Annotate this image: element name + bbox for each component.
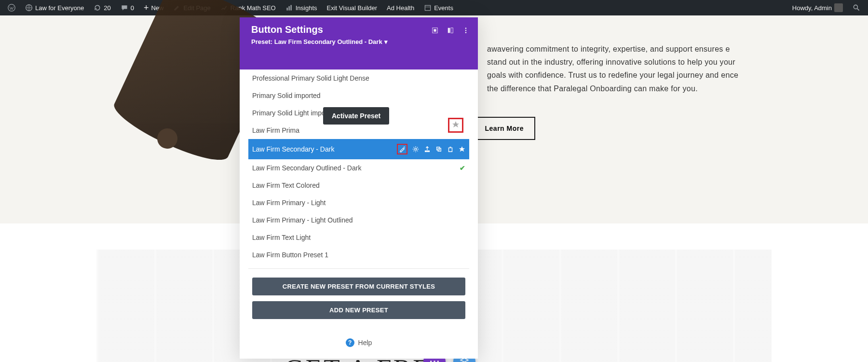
- exit-label: Exit Visual Builder: [327, 4, 378, 12]
- svg-rect-8: [434, 29, 436, 31]
- search-icon[interactable]: [849, 0, 864, 15]
- wp-logo[interactable]: [4, 0, 19, 15]
- svg-point-14: [415, 148, 417, 150]
- howdy[interactable]: Howdy, Admin: [788, 0, 847, 15]
- chevron-down-icon: ▾: [384, 38, 388, 45]
- copy-icon[interactable]: [435, 146, 442, 153]
- preset-text: Law Firm Secondary - Dark: [252, 145, 334, 153]
- site-name[interactable]: Law for Everyone: [21, 0, 88, 15]
- insights-label: Insights: [296, 4, 317, 12]
- preset-text: Law Firm Secondary Outlined - Dark: [252, 164, 361, 172]
- svg-point-11: [465, 28, 467, 29]
- preset-text: Law Firm Prima: [252, 126, 299, 134]
- help-label: Help: [358, 339, 372, 347]
- howdy-label: Howdy, Admin: [792, 4, 832, 12]
- check-icon: ✔: [460, 164, 465, 172]
- learn-more-button[interactable]: Learn More: [474, 117, 535, 140]
- svg-point-12: [465, 30, 467, 31]
- preset-item-selected[interactable]: Law Firm Secondary - Dark: [248, 139, 469, 159]
- expand-icon[interactable]: [432, 27, 438, 36]
- preset-text: Law Firm Button Preset 1: [252, 251, 328, 259]
- divider: [248, 268, 469, 269]
- star-icon[interactable]: [459, 146, 465, 153]
- preset-text: Primary Solid imported: [252, 92, 321, 99]
- help-link[interactable]: ?Help: [240, 329, 478, 359]
- refresh[interactable]: 20: [90, 0, 114, 15]
- refresh-count: 20: [104, 4, 110, 12]
- comments[interactable]: 0: [117, 0, 138, 15]
- preset-item[interactable]: Professional Primary Solid Light Dense: [252, 70, 465, 87]
- svg-rect-3: [288, 6, 289, 11]
- svg-point-13: [465, 32, 467, 33]
- svg-rect-2: [286, 8, 287, 11]
- preset-text: Law Firm Text Colored: [252, 181, 320, 189]
- svg-rect-4: [290, 5, 291, 10]
- preset-item[interactable]: Law Firm Text Light: [252, 229, 465, 246]
- preset-item[interactable]: Law Firm Button Preset 1: [252, 246, 465, 264]
- default-star-highlight[interactable]: [448, 118, 463, 133]
- button-settings-modal: Button Settings Preset: Law Firm Seconda…: [240, 17, 478, 359]
- preset-item[interactable]: Law Firm Primary - Light Outlined: [252, 211, 465, 229]
- help-icon: ?: [346, 338, 354, 347]
- preset-dropdown[interactable]: Preset: Law Firm Secondary Outlined - Da…: [251, 38, 388, 45]
- create-preset-button[interactable]: CREATE NEW PRESET FROM CURRENT STYLES: [252, 278, 465, 295]
- preset-text: Law Firm Text Light: [252, 234, 311, 241]
- adhealth-label: Ad Health: [387, 4, 414, 12]
- preset-item[interactable]: Law Firm Text Colored: [252, 177, 465, 194]
- preset-list: Activate Preset Professional Primary Sol…: [240, 70, 478, 329]
- preset-text: Law Firm Primary - Light Outlined: [252, 216, 353, 224]
- trash-icon[interactable]: [447, 146, 454, 153]
- events[interactable]: Events: [420, 0, 457, 15]
- svg-point-6: [854, 5, 857, 9]
- body-paragraph: awavering commitment to integrity, exper…: [487, 42, 747, 95]
- exit-builder[interactable]: Exit Visual Builder: [323, 0, 381, 15]
- wp-admin-bar: Law for Everyone 20 0 +New Edit Page Ran…: [0, 0, 868, 15]
- upload-icon[interactable]: [424, 146, 431, 153]
- comments-count: 0: [131, 4, 134, 12]
- preset-label: Preset: Law Firm Secondary Outlined - Da…: [251, 38, 382, 45]
- activate-preset-icon[interactable]: [397, 144, 407, 154]
- gear-icon[interactable]: [412, 146, 419, 153]
- insights[interactable]: Insights: [282, 0, 321, 15]
- preset-item-active[interactable]: Law Firm Secondary Outlined - Dark✔: [252, 159, 465, 177]
- events-label: Events: [434, 4, 453, 12]
- more-icon[interactable]: [462, 27, 469, 36]
- modal-tabs: [240, 52, 478, 70]
- preset-text: Professional Primary Solid Light Dense: [252, 74, 369, 82]
- preset-item[interactable]: Primary Solid imported: [252, 87, 465, 104]
- activate-preset-tooltip: Activate Preset: [323, 107, 389, 125]
- avatar: [834, 3, 843, 12]
- svg-rect-9: [448, 28, 450, 33]
- svg-rect-10: [451, 28, 453, 33]
- modal-title: Button Settings: [251, 24, 388, 35]
- preset-text: Law Firm Primary - Light: [252, 199, 326, 207]
- ad-health[interactable]: Ad Health: [383, 0, 418, 15]
- svg-rect-5: [425, 5, 431, 10]
- preset-item[interactable]: Law Firm Primary - Light: [252, 194, 465, 211]
- snap-icon[interactable]: [447, 27, 454, 36]
- site-label: Law for Everyone: [35, 4, 84, 12]
- modal-header: Button Settings Preset: Law Firm Seconda…: [240, 17, 478, 52]
- add-preset-button[interactable]: ADD NEW PRESET: [252, 301, 465, 319]
